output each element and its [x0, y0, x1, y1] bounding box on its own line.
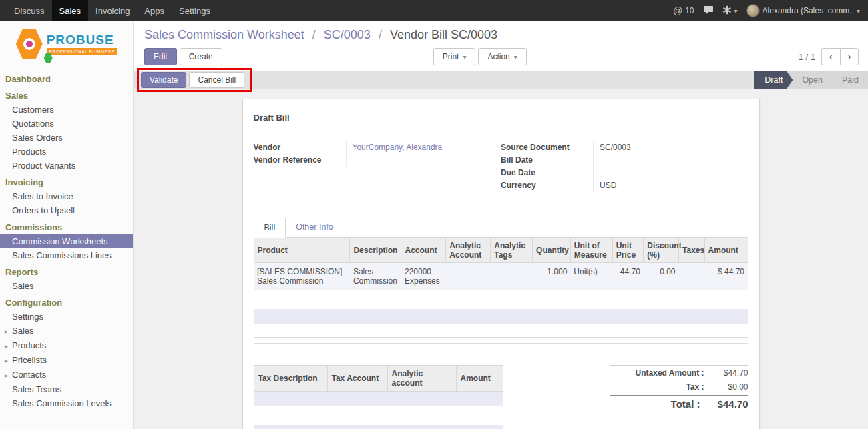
breadcrumb: Sales Commission Worksheet / SC/0003 / V… [144, 27, 859, 42]
mention-count: 10 [685, 6, 694, 15]
source-document-value: SC/0003 [593, 141, 748, 154]
status-open: Open [786, 71, 833, 89]
right-group: Source Document SC/0003 Bill Date Due Da… [501, 141, 748, 192]
column-header-account: Account [401, 238, 446, 263]
messages-icon [703, 5, 714, 17]
sidebar-item-products[interactable]: Products [0, 145, 133, 159]
field-groups: Vendor YourCompany, Alexandra Vendor Ref… [254, 141, 748, 192]
sidebar-heading-sales[interactable]: Sales [0, 86, 133, 103]
sidebar-item-sales-commissions-lines[interactable]: Sales Commissions Lines [0, 248, 133, 262]
status-pipeline: Draft Open Paid [754, 71, 868, 89]
vendor-link[interactable]: YourCompany, Alexandra [353, 143, 443, 152]
secondary-menu: Dashboard Sales Customers Quotations Sal… [0, 69, 133, 410]
app-menu-discuss[interactable]: Discuss [7, 0, 52, 21]
tax-value: $0.00 [704, 382, 748, 392]
sidebar-heading-reports[interactable]: Reports [0, 262, 133, 279]
validate-button[interactable]: Validate [141, 72, 186, 88]
sidebar: PROBUSE PROFESSIONAL BUSINESS Dashboard … [0, 21, 134, 429]
sidebar-item-settings[interactable]: Settings [0, 310, 133, 324]
total-label: Total : [610, 398, 700, 410]
sidebar-item-pricelists[interactable]: ▸Pricelists [0, 353, 133, 368]
sheet: Draft Bill Vendor YourCompany, Alexandra… [242, 99, 760, 429]
total-row: Total : $44.70 [610, 395, 748, 412]
sidebar-heading-configuration[interactable]: Configuration [0, 293, 133, 310]
action-label: Action [487, 52, 509, 61]
breadcrumb-worksheets-link[interactable]: Sales Commission Worksheet [144, 28, 304, 41]
caret-down-icon: ▾ [514, 53, 517, 61]
invoice-line-row[interactable]: [SALES COMMISSION] Sales Commission Sale… [254, 263, 748, 290]
sidebar-item-label: Sales [12, 326, 34, 336]
sidebar-item-contacts[interactable]: ▸Contacts [0, 368, 133, 382]
tax-section: Tax Description Tax Account Analytic acc… [254, 365, 503, 429]
logo-hexagon-icon [16, 29, 43, 59]
print-label: Print [443, 52, 459, 61]
vendor-reference-label: Vendor Reference [254, 154, 346, 167]
caret-down-icon: ▾ [463, 53, 466, 61]
cell-unit-of-measure: Unit(s) [570, 263, 612, 290]
sidebar-item-sales-commission-levels[interactable]: Sales Commission Levels [0, 396, 133, 410]
column-header-product: Product [254, 238, 350, 263]
tax-table: Tax Description Tax Account Analytic acc… [254, 365, 503, 406]
sidebar-item-label: Pricelists [12, 355, 47, 365]
vendor-reference-value [346, 154, 501, 167]
user-menu[interactable]: Alexandra (Sales_comm.. ▾ [746, 4, 860, 17]
untaxed-amount-value: $44.70 [704, 368, 748, 378]
divider [254, 337, 748, 338]
caret-right-icon: ▸ [5, 326, 12, 336]
left-group: Vendor YourCompany, Alexandra Vendor Ref… [254, 141, 501, 192]
app-menu-invoicing[interactable]: Invoicing [88, 0, 137, 21]
cell-analytic-account [446, 263, 491, 290]
messages-button[interactable] [703, 5, 714, 17]
caret-down-icon: ▾ [734, 7, 738, 15]
mention-counter[interactable]: @ 10 [673, 5, 694, 16]
sidebar-item-config-sales[interactable]: ▸Sales [0, 324, 133, 338]
statusbar: Validate Cancel Bill Draft Open Paid [134, 71, 868, 89]
sidebar-heading-commissions[interactable]: Commissions [0, 218, 133, 234]
column-header-tax-account: Tax Account [327, 366, 387, 392]
sidebar-item-commission-worksheets[interactable]: Commission Worksheets [0, 234, 133, 248]
sidebar-heading-invoicing[interactable]: Invoicing [0, 173, 133, 189]
sidebar-item-product-variants[interactable]: Product Variants [0, 159, 133, 173]
sidebar-item-sales-orders[interactable]: Sales Orders [0, 131, 133, 145]
sidebar-item-sales-to-invoice[interactable]: Sales to Invoice [0, 189, 133, 203]
column-header-taxes: Taxes [679, 238, 705, 263]
notebook-tabs: Bill Other Info [254, 218, 748, 238]
column-header-analytic-tags: Analytic Tags [491, 238, 533, 263]
annotation-box: Validate Cancel Bill [137, 68, 252, 92]
breadcrumb-separator: / [379, 28, 382, 41]
pager-next-button[interactable]: › [840, 48, 859, 65]
cell-unit-price: 44.70 [612, 263, 644, 290]
edit-button[interactable]: Edit [144, 48, 177, 65]
header-actions: Edit Create Print▾ Action▾ 1 / 1 ‹ › [144, 48, 859, 65]
sidebar-item-config-products[interactable]: ▸Products [0, 338, 133, 353]
sidebar-item-orders-to-upsell[interactable]: Orders to Upsell [0, 203, 133, 218]
sidebar-item-label: Contacts [12, 370, 46, 380]
sidebar-item-reports-sales[interactable]: Sales [0, 279, 133, 293]
pager: 1 / 1 ‹ › [799, 48, 859, 65]
cancel-bill-button[interactable]: Cancel Bill [189, 72, 244, 88]
debug-menu[interactable]: ▾ [722, 5, 738, 17]
create-button[interactable]: Create [180, 48, 222, 65]
print-dropdown[interactable]: Print▾ [433, 48, 476, 65]
sidebar-heading-dashboard[interactable]: Dashboard [0, 69, 133, 86]
sidebar-item-quotations[interactable]: Quotations [0, 117, 133, 131]
sheet-title: Draft Bill [254, 113, 748, 123]
tab-bill[interactable]: Bill [254, 218, 286, 238]
pager-prev-button[interactable]: ‹ [821, 48, 840, 65]
tab-other-info[interactable]: Other Info [286, 218, 343, 237]
divider [254, 343, 748, 344]
app-menu-apps[interactable]: Apps [137, 0, 172, 21]
action-dropdowns: Print▾ Action▾ [433, 48, 527, 65]
column-header-unit-of-measure: Unit of Measure [570, 238, 612, 263]
sidebar-item-sales-teams[interactable]: Sales Teams [0, 382, 133, 396]
breadcrumb-record-link[interactable]: SC/0003 [324, 28, 371, 41]
app-menu-settings[interactable]: Settings [172, 0, 218, 21]
breadcrumb-current: Vendor Bill SC/0003 [390, 28, 497, 41]
sidebar-item-customers[interactable]: Customers [0, 103, 133, 117]
chevron-left-icon: ‹ [829, 51, 833, 63]
action-dropdown[interactable]: Action▾ [478, 48, 526, 65]
currency-label: Currency [501, 179, 593, 192]
app-menu-sales[interactable]: Sales [52, 0, 89, 21]
due-date-label: Due Date [501, 167, 593, 179]
caret-down-icon: ▾ [857, 7, 860, 15]
